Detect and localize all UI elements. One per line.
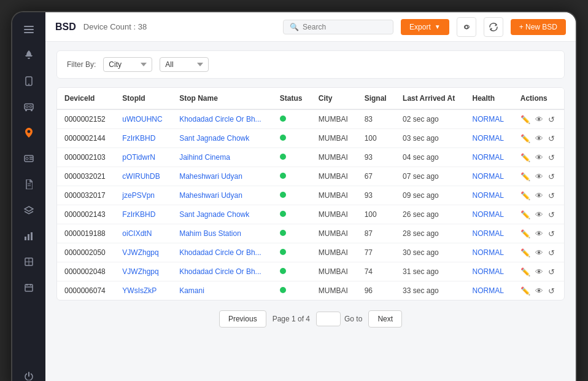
status-dot [280, 173, 286, 179]
signal-cell: 77 [357, 243, 395, 262]
svg-rect-7 [29, 106, 32, 108]
svg-rect-0 [24, 26, 34, 27]
all-filter-select[interactable]: All [160, 57, 209, 72]
stop-id-cell[interactable]: FzIrKBHD [115, 129, 172, 148]
next-button[interactable]: Next [368, 310, 402, 328]
gear-icon [462, 23, 471, 31]
city-cell: MUMBAI [311, 205, 357, 224]
layers-icon[interactable] [18, 199, 40, 221]
refresh-button[interactable] [484, 17, 503, 37]
view-button[interactable]: 👁 [535, 135, 543, 143]
col-status: Status [273, 88, 311, 109]
view-button[interactable]: 👁 [535, 154, 543, 162]
reset-button[interactable]: ↺ [548, 268, 555, 276]
stop-id-cell[interactable]: uWtOUHNC [115, 109, 172, 129]
reset-button[interactable]: ↺ [548, 173, 555, 181]
edit-button[interactable]: ✏️ [520, 249, 530, 257]
reset-button[interactable]: ↺ [548, 249, 555, 257]
svg-rect-19 [31, 232, 33, 240]
calendar-icon[interactable] [18, 277, 40, 299]
view-button[interactable]: 👁 [535, 116, 543, 124]
last-arrived-cell: 33 sec ago [395, 281, 465, 300]
search-box[interactable]: 🔍 [283, 20, 393, 34]
stop-name-cell[interactable]: Mahim Bus Station [172, 224, 273, 243]
location-icon[interactable] [18, 122, 40, 144]
view-button[interactable]: 👁 [535, 192, 543, 200]
search-input[interactable] [303, 23, 387, 31]
health-cell: NORMAL [465, 129, 513, 148]
status-cell [273, 129, 311, 148]
reset-button[interactable]: ↺ [548, 135, 555, 143]
view-button[interactable]: 👁 [535, 268, 543, 276]
edit-button[interactable]: ✏️ [520, 154, 530, 162]
content-area: Filter By: City All DeviceId StopId Stop… [45, 42, 576, 381]
reset-button[interactable]: ↺ [548, 230, 555, 238]
edit-button[interactable]: ✏️ [520, 192, 530, 200]
stop-id-cell[interactable]: VJWZhgpq [115, 262, 172, 281]
stop-name-cell[interactable]: Jaihind Cinema [172, 148, 273, 167]
edit-button[interactable]: ✏️ [520, 116, 530, 124]
reset-button[interactable]: ↺ [548, 287, 555, 295]
edit-button[interactable]: ✏️ [520, 268, 530, 276]
stop-name-cell[interactable]: Sant Jagnade Chowk [172, 129, 273, 148]
pagination: Previous Page 1 of 4 Go to Next [56, 300, 565, 332]
menu-icon[interactable] [18, 18, 40, 41]
city-filter-select[interactable]: City [103, 57, 152, 72]
bus-icon[interactable] [18, 96, 40, 118]
col-device-id: DeviceId [57, 88, 115, 109]
device-icon[interactable] [18, 70, 40, 92]
settings-button[interactable] [457, 17, 476, 37]
view-button[interactable]: 👁 [535, 230, 543, 238]
col-actions: Actions [513, 88, 564, 109]
signal-cell: 96 [357, 281, 395, 300]
edit-button[interactable]: ✏️ [520, 211, 530, 219]
signal-cell: 100 [357, 129, 395, 148]
id-card-icon[interactable] [18, 147, 40, 170]
stop-id-cell[interactable]: jzePSVpn [115, 186, 172, 205]
chart-icon[interactable] [18, 225, 40, 247]
edit-button[interactable]: ✏️ [520, 287, 530, 295]
svg-rect-6 [26, 106, 28, 108]
table-row: 0000002103 pOTidwrN Jaihind Cinema MUMBA… [57, 148, 564, 167]
search-icon: 🔍 [290, 23, 299, 31]
stop-id-cell[interactable]: pOTidwrN [115, 148, 172, 167]
stop-name-cell[interactable]: Khodadad Circle Or Bh... [172, 262, 273, 281]
last-arrived-cell: 30 sec ago [395, 243, 465, 262]
edit-button[interactable]: ✏️ [520, 135, 530, 143]
reset-button[interactable]: ↺ [548, 192, 555, 200]
export-button[interactable]: Export ▼ [401, 19, 449, 35]
stop-name-cell[interactable]: Maheshwari Udyan [172, 186, 273, 205]
view-button[interactable]: 👁 [535, 287, 543, 295]
last-arrived-cell: 07 sec ago [395, 167, 465, 186]
col-stop-name: Stop Name [172, 88, 273, 109]
document-icon[interactable] [18, 173, 40, 195]
notification-icon[interactable] [18, 44, 40, 66]
stop-id-cell[interactable]: VJWZhgpq [115, 243, 172, 262]
stop-name-cell[interactable]: Maheshwari Udyan [172, 167, 273, 186]
stop-id-cell[interactable]: cWIRUhDB [115, 167, 172, 186]
new-bsd-button[interactable]: + New BSD [511, 19, 566, 35]
edit-button[interactable]: ✏️ [520, 173, 530, 181]
status-dot [280, 249, 286, 255]
stop-name-cell[interactable]: Khodadad Circle Or Bh... [172, 109, 273, 129]
previous-button[interactable]: Previous [219, 310, 266, 328]
last-arrived-cell: 09 sec ago [395, 186, 465, 205]
edit-button[interactable]: ✏️ [520, 230, 530, 238]
reset-button[interactable]: ↺ [548, 116, 555, 124]
stop-name-cell[interactable]: Khodadad Circle Or Bh... [172, 243, 273, 262]
stop-id-cell[interactable]: YWsIsZkP [115, 281, 172, 300]
stop-id-cell[interactable]: oiCIXdtN [115, 224, 172, 243]
stop-name-cell[interactable]: Sant Jagnade Chowk [172, 205, 273, 224]
reset-button[interactable]: ↺ [548, 211, 555, 219]
view-button[interactable]: 👁 [535, 211, 543, 219]
reset-button[interactable]: ↺ [548, 154, 555, 162]
table-icon[interactable] [18, 251, 40, 273]
view-button[interactable]: 👁 [535, 173, 543, 181]
view-button[interactable]: 👁 [535, 249, 543, 257]
city-cell: MUMBAI [311, 243, 357, 262]
stop-name-cell[interactable]: Kamani [172, 281, 273, 300]
power-icon[interactable] [18, 365, 40, 381]
city-cell: MUMBAI [311, 224, 357, 243]
stop-id-cell[interactable]: FzIrKBHD [115, 205, 172, 224]
goto-input[interactable] [316, 312, 341, 326]
